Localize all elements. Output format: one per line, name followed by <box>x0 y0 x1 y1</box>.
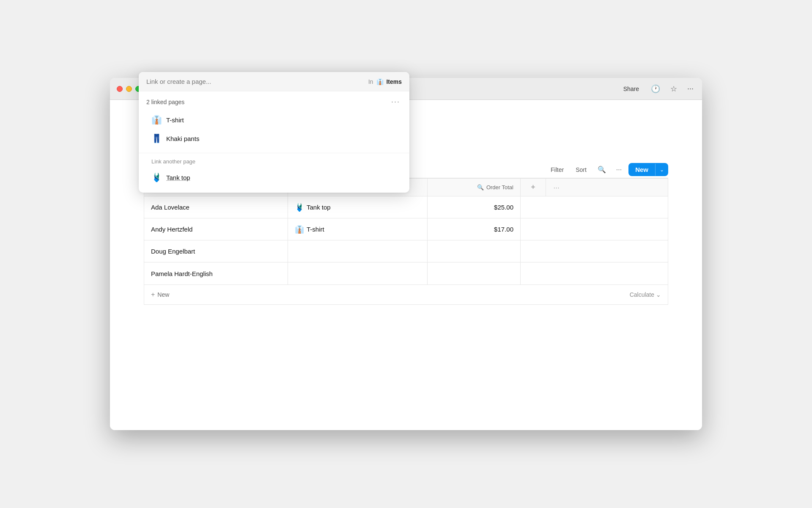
calculate-label: Calculate <box>630 291 654 298</box>
th-total-icon: 🔍 <box>477 184 484 190</box>
calculate-button[interactable]: Calculate ⌄ <box>623 285 668 304</box>
share-button[interactable]: Share <box>620 84 642 94</box>
dropdown-in-section: In 👔 Items <box>368 78 402 85</box>
table-footer: + New Calculate ⌄ <box>144 284 668 304</box>
history-button[interactable]: 🕐 <box>649 83 662 95</box>
tshirt-item-icon: 👔 <box>151 115 162 125</box>
new-row-button[interactable]: + New <box>144 285 288 304</box>
in-badge: 👔 Items <box>376 78 402 85</box>
dropdown-search-bar: In 👔 Items <box>139 78 409 91</box>
favorite-button[interactable]: ☆ <box>669 83 679 95</box>
cell-name-andy: Andy Hertzfeld <box>144 218 288 240</box>
dropdown-divider <box>139 153 409 153</box>
calculate-chevron-icon: ⌄ <box>656 291 661 298</box>
khaki-item-icon: 👖 <box>151 133 162 144</box>
tank-top-icon: 🩱 <box>295 203 304 212</box>
cell-total-andy: $17.00 <box>428 218 521 240</box>
filter-button[interactable]: Filter <box>546 164 568 176</box>
table-row[interactable]: Ada Lovelace 🩱 Tank top $25.00 <box>144 196 668 218</box>
table-row[interactable]: Pamela Hardt-English <box>144 262 668 284</box>
titlebar-right: Share 🕐 ☆ ··· <box>620 83 695 95</box>
cell-items-ada[interactable]: 🩱 Tank top <box>288 196 428 218</box>
cell-total-ada: $25.00 <box>428 196 521 218</box>
tanktop-suggest-label: Tank top <box>166 174 190 181</box>
cell-items-pamela[interactable] <box>288 262 428 284</box>
linked-pages-section: 2 linked pages ··· 👔 T-shirt 👖 Khaki pan… <box>139 91 409 151</box>
khaki-item-label: Khaki pants <box>166 135 199 142</box>
link-dropdown: In 👔 Items 2 linked pages ··· 👔 T-shirt <box>139 78 409 193</box>
th-more-options[interactable]: ··· <box>546 179 567 196</box>
tshirt-icon: 👔 <box>295 225 304 234</box>
cell-items-andy[interactable]: 👔 T-shirt <box>288 218 428 240</box>
link-search-input[interactable] <box>146 78 368 85</box>
app-window: ☰ ← → 🛍️ Acme Merchandise / 👥 Customers … <box>110 78 702 430</box>
cell-empty-pamela <box>521 262 668 284</box>
close-button[interactable] <box>117 86 123 92</box>
th-more-icon: ··· <box>554 184 560 191</box>
in-badge-title: Items <box>386 78 402 85</box>
cell-items-doug[interactable] <box>288 240 428 262</box>
cell-empty-ada <box>521 196 668 218</box>
in-badge-icon: 👔 <box>376 78 384 85</box>
sort-button[interactable]: Sort <box>571 164 591 176</box>
linked-pages-header: 2 linked pages ··· <box>146 97 402 106</box>
item-chip-andy: 👔 T-shirt <box>295 225 324 234</box>
cell-total-pamela <box>428 262 521 284</box>
add-column-icon: + <box>531 183 535 192</box>
in-label: In <box>368 78 373 85</box>
toolbar-more-button[interactable]: ··· <box>613 163 625 176</box>
tshirt-item-label: T-shirt <box>166 116 184 124</box>
more-options-button[interactable]: ··· <box>686 83 695 95</box>
linked-pages-title: 2 linked pages <box>146 99 184 105</box>
cell-name-pamela: Pamela Hardt-English <box>144 262 288 284</box>
cell-total-doug <box>428 240 521 262</box>
new-button-group: New ⌄ <box>628 163 668 176</box>
cell-name-ada: Ada Lovelace <box>144 196 288 218</box>
cell-empty-andy <box>521 218 668 240</box>
search-button[interactable]: 🔍 <box>594 163 609 176</box>
data-table: Aa Name ↗ Items Purchased 🔍 Order Total … <box>144 178 668 305</box>
linked-page-tshirt[interactable]: 👔 T-shirt <box>146 110 402 129</box>
new-row-plus-icon: + <box>151 291 155 298</box>
item-chip-ada: 🩱 Tank top <box>295 203 331 212</box>
linked-pages-more-button[interactable]: ··· <box>390 97 402 106</box>
traffic-lights <box>117 86 141 92</box>
toolbar-right: Filter Sort 🔍 ··· New ⌄ <box>546 163 668 176</box>
item-label-andy: T-shirt <box>307 226 324 233</box>
linked-page-khaki[interactable]: 👖 Khaki pants <box>146 129 402 148</box>
suggested-page-tanktop[interactable]: 🩱 Tank top <box>146 168 402 187</box>
th-add-column[interactable]: + <box>521 179 546 196</box>
table-row[interactable]: Andy Hertzfeld 👔 T-shirt $17.00 <box>144 218 668 240</box>
th-total-label: Order Total <box>486 184 513 190</box>
content: 👥 Customers ⊞ Default View + Add view Fi… <box>110 100 702 430</box>
new-row-label: New <box>157 291 169 298</box>
link-another-title: Link another page <box>146 158 402 165</box>
cell-empty-doug <box>521 240 668 262</box>
link-another-section: Link another page 🩱 Tank top <box>139 155 409 193</box>
new-button-chevron[interactable]: ⌄ <box>655 164 668 176</box>
new-button[interactable]: New <box>628 163 655 176</box>
tanktop-suggest-icon: 🩱 <box>151 172 162 182</box>
cell-name-doug: Doug Engelbart <box>144 240 288 262</box>
th-order-total: 🔍 Order Total <box>428 179 521 196</box>
item-label-ada: Tank top <box>307 204 331 211</box>
minimize-button[interactable] <box>126 86 132 92</box>
table-row[interactable]: Doug Engelbart <box>144 240 668 262</box>
